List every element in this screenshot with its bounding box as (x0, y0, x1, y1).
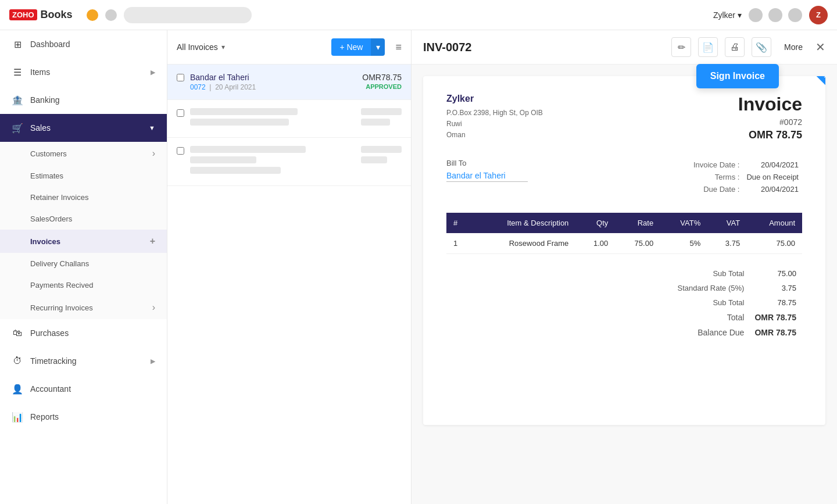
zoho-logo: ZOHO (9, 9, 37, 20)
sidebar-item-purchases[interactable]: 🛍 Purchases (0, 319, 167, 347)
user-name[interactable]: Zylker ▾ (713, 10, 742, 20)
sign-invoice-button[interactable]: Sign Invoice (696, 64, 779, 88)
print-button[interactable]: 🖨 (725, 37, 745, 57)
sales-icon: 🛒 (12, 122, 23, 134)
filter-dropdown[interactable]: All Invoices ▾ (177, 42, 225, 52)
attachment-button[interactable]: 📎 (752, 37, 771, 57)
subtotal-row: Sub Total 75.00 (673, 267, 802, 280)
search-bar[interactable] (124, 7, 252, 23)
col-num: # (446, 213, 471, 233)
bill-to-name[interactable]: Bandar el Taheri (446, 171, 690, 180)
list-menu-button[interactable]: ≡ (395, 41, 402, 53)
table-row: 1 Rosewood Frame 1.00 75.00 5% 3.75 75.0… (446, 233, 802, 254)
topbar-icon-2 (768, 8, 782, 22)
sidebar-item-items[interactable]: ☰ Items ▶ (0, 58, 167, 86)
list-header: All Invoices ▾ + New ▾ ≡ (167, 30, 411, 65)
sidebar-item-recurring-invoices[interactable]: Recurring Invoices › (0, 296, 167, 319)
sidebar-item-label: Items (30, 67, 144, 77)
plus-icon: › (152, 148, 155, 159)
company-name: Zylker (446, 94, 543, 104)
reports-icon: 📊 (12, 411, 23, 423)
invoice-amount: OMR78.75 APPROVED (362, 73, 402, 90)
main-layout: ⊞ Dashboard ☰ Items ▶ 🏦 Banking 🛒 Sales … (0, 30, 837, 504)
col-qty: Qty (575, 213, 615, 233)
invoice-dates: Invoice Date : 20/04/2021 Terms : Due on… (690, 159, 802, 195)
items-icon: ☰ (12, 66, 23, 78)
books-logo: Books (41, 9, 73, 21)
invoice-checkbox[interactable] (177, 74, 184, 81)
sidebar-item-payments-received[interactable]: Payments Recived (0, 274, 167, 296)
invoice-item[interactable]: Bandar el Taheri 0072 | 20 April 2021 OM… (167, 65, 411, 100)
sidebar-item-invoices[interactable]: Invoices + (0, 230, 167, 253)
status-dot-gray (105, 9, 117, 21)
sidebar-item-sales[interactable]: 🛒 Sales ▼ (0, 114, 167, 142)
sidebar-item-label: Dashboard (30, 40, 155, 49)
new-button-dropdown[interactable]: ▾ (371, 38, 385, 56)
sidebar-item-estimates[interactable]: Estimates (0, 165, 167, 187)
col-rate: Rate (615, 213, 660, 233)
invoice-status: APPROVED (362, 83, 402, 90)
sidebar-item-label: Purchases (30, 328, 155, 338)
close-button[interactable]: ✕ (815, 40, 825, 54)
sidebar-item-label: Accountant (30, 384, 155, 394)
bill-to-section: Bill To Bandar el Taheri (446, 159, 690, 182)
totals-table: Sub Total 75.00 Standard Rate (5%) 3.75 … (672, 266, 803, 341)
chevron-down-icon: ▼ (149, 124, 155, 131)
approved-text: Approved (797, 76, 825, 106)
company-info: Zylker P.O.Box 2398, High St, Op OIB Ruw… (446, 94, 543, 141)
sidebar-item-customers[interactable]: Customers › (0, 142, 167, 165)
filter-chevron-icon: ▾ (221, 43, 225, 51)
invoice-document: Approved Zylker P.O.Box 2398, High St, O… (423, 76, 825, 425)
detail-topbar: INV-0072 ✏ 📄 🖨 📎 More ✕ (412, 30, 837, 65)
company-address: P.O.Box 2398, High St, Op OIB Ruwi Oman (446, 108, 543, 141)
chevron-right-icon: ▶ (151, 358, 155, 365)
avatar[interactable]: Z (809, 6, 828, 24)
sidebar-item-dashboard[interactable]: ⊞ Dashboard (0, 30, 167, 58)
totals-section: Sub Total 75.00 Standard Rate (5%) 3.75 … (446, 266, 802, 341)
subtotal2-row: Sub Total 78.75 (673, 296, 802, 309)
sales-submenu: Customers › Estimates Retainer Invoices … (0, 142, 167, 319)
topbar-right: Zylker ▾ Z (713, 6, 828, 24)
topbar: ZOHO Books Zylker ▾ Z (0, 0, 837, 30)
sidebar-item-timetracking[interactable]: ⏱ Timetracking ▶ (0, 347, 167, 375)
skeleton-content (190, 108, 355, 129)
col-amount: Amount (747, 213, 802, 233)
invoice-item-skeleton-1 (167, 100, 411, 138)
col-vat-pct: VAT% (660, 213, 707, 233)
sidebar-item-label: Sales (30, 123, 142, 133)
purchases-icon: 🛍 (12, 327, 23, 339)
sidebar-item-reports[interactable]: 📊 Reports (0, 403, 167, 431)
invoice-detail-panel: INV-0072 ✏ 📄 🖨 📎 More ✕ Sign Invoice App… (412, 30, 837, 504)
invoice-date: 20 April 2021 (215, 83, 256, 91)
more-button[interactable]: More (778, 39, 809, 55)
invoice-meta: 0072 | 20 April 2021 (190, 83, 356, 91)
invoice-number: 0072 (190, 83, 206, 91)
sidebar-item-label: Timetracking (30, 356, 144, 366)
timetracking-icon: ⏱ (12, 355, 23, 367)
standard-rate-row: Standard Rate (5%) 3.75 (673, 281, 802, 295)
sidebar-item-label: Reports (30, 412, 155, 421)
skeleton-amount (361, 108, 402, 129)
invoice-item-skeleton-2 (167, 138, 411, 186)
topbar-icon-3 (788, 8, 802, 22)
topbar-icons (749, 8, 802, 22)
plus-icon[interactable]: + (150, 236, 155, 246)
sidebar-item-retainer-invoices[interactable]: Retainer Invoices (0, 187, 167, 208)
invoice-amount-large: OMR 78.75 (738, 129, 802, 141)
edit-button[interactable]: ✏ (671, 37, 691, 57)
sidebar: ⊞ Dashboard ☰ Items ▶ 🏦 Banking 🛒 Sales … (0, 30, 167, 504)
new-button[interactable]: + New (331, 38, 371, 56)
sidebar-item-accountant[interactable]: 👤 Accountant (0, 375, 167, 403)
topbar-center (87, 7, 252, 23)
invoice-checkbox[interactable] (177, 147, 184, 155)
invoice-checkbox[interactable] (177, 109, 184, 117)
topbar-icon-1 (749, 8, 763, 22)
sidebar-item-delivery-challans[interactable]: Delivery Challans (0, 253, 167, 274)
col-vat: VAT (707, 213, 747, 233)
sidebar-item-banking[interactable]: 🏦 Banking (0, 86, 167, 114)
approved-ribbon: Approved (773, 76, 825, 128)
invoice-info: Bandar el Taheri 0072 | 20 April 2021 (190, 73, 356, 91)
pdf-button[interactable]: 📄 (698, 37, 718, 57)
col-description: Item & Description (471, 213, 575, 233)
sidebar-item-salesorders[interactable]: SalesOrders (0, 208, 167, 230)
